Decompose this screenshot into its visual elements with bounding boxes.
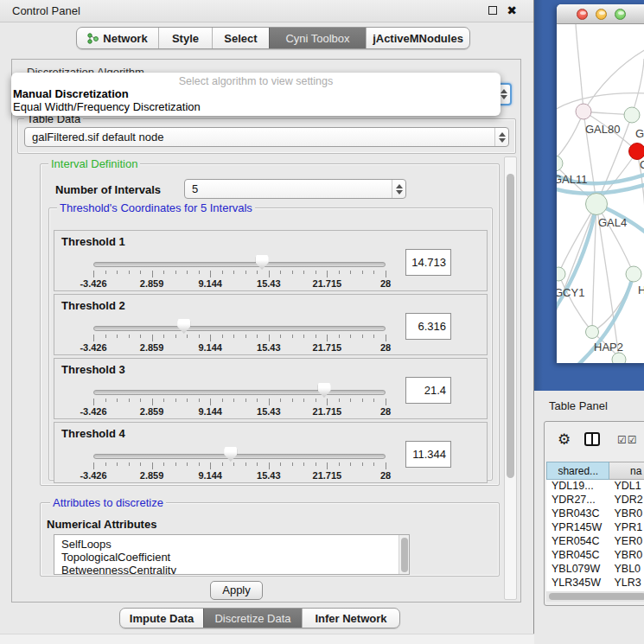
tick-mark bbox=[362, 399, 363, 402]
network-node-GAL11[interactable] bbox=[557, 156, 563, 171]
tick-label: 2.859 bbox=[140, 406, 164, 417]
network-node-GAL4[interactable] bbox=[586, 194, 608, 215]
threshold-box: Threshold 1-3.4262.8599.14415.4321.71528… bbox=[54, 230, 488, 291]
slider-ticks bbox=[93, 271, 386, 277]
tab-select[interactable]: Select bbox=[212, 28, 269, 48]
tick-mark bbox=[163, 462, 164, 466]
settings-scrollbar[interactable] bbox=[504, 156, 517, 600]
table-row[interactable]: YDR27...YDR2 bbox=[546, 494, 644, 507]
split-columns-icon[interactable] bbox=[584, 432, 600, 450]
tick-mark bbox=[245, 462, 246, 466]
algorithm-dropdown-popup: Select algorithm to view settings Manual… bbox=[11, 73, 501, 116]
network-edge[interactable] bbox=[558, 274, 592, 332]
network-node-node-top-right[interactable] bbox=[624, 107, 640, 123]
float-window-icon[interactable] bbox=[487, 5, 499, 17]
node-attribute-table[interactable]: shared... na YDL19...YDL1YDR27...YDR2YBR… bbox=[546, 462, 644, 591]
network-view-window[interactable]: GAL80GACGAL11GAL4GCY1HHAP2 bbox=[557, 4, 644, 363]
threshold-value-field[interactable]: 21.4 bbox=[405, 377, 451, 404]
cell-shared-name: YDL19... bbox=[546, 480, 609, 494]
node-label-GAL4: GAL4 bbox=[598, 216, 627, 229]
cell-name: YPR1 bbox=[609, 521, 644, 535]
tick-mark bbox=[386, 462, 386, 469]
slider-track[interactable] bbox=[93, 326, 386, 331]
network-node-GCY1[interactable] bbox=[557, 267, 565, 281]
threshold-value-field[interactable]: 6.316 bbox=[405, 313, 451, 340]
table-row[interactable]: YBR045CYBR0 bbox=[546, 549, 644, 563]
tab-jactivemnodules[interactable]: jActiveMNodules bbox=[366, 28, 469, 48]
tick-label: 2.859 bbox=[140, 278, 164, 289]
numerical-attributes-list[interactable]: SelfLoopsTopologicalCoefficientBetweenne… bbox=[54, 534, 410, 575]
tab-label: Network bbox=[103, 32, 147, 45]
control-panel: Control Panel ✖ NetworkStyleSelectCyni T… bbox=[0, 0, 534, 644]
slider-thumb[interactable] bbox=[256, 255, 269, 270]
tick-mark bbox=[129, 462, 130, 466]
slider-thumb[interactable] bbox=[318, 383, 331, 398]
dropdown-placeholder-option[interactable]: Select algorithm to view settings bbox=[11, 73, 501, 87]
threshold-value-field[interactable]: 11.344 bbox=[405, 441, 451, 468]
attributes-scrollbar[interactable] bbox=[399, 535, 409, 574]
tab-network[interactable]: Network bbox=[77, 28, 158, 48]
dropdown-option[interactable]: Manual Discretization bbox=[11, 87, 501, 100]
tab-style[interactable]: Style bbox=[158, 28, 212, 48]
tick-mark bbox=[292, 271, 293, 274]
tab-label: Discretize Data bbox=[214, 612, 290, 625]
tab-infer-network[interactable]: Infer Network bbox=[302, 609, 399, 628]
network-edge[interactable] bbox=[583, 48, 644, 112]
table-row[interactable]: YER054CYER0 bbox=[546, 535, 644, 549]
checkbox-filter-icons[interactable]: ☑☑ bbox=[617, 434, 638, 446]
column-header-name[interactable]: na bbox=[609, 462, 644, 480]
zoom-traffic-light-icon[interactable] bbox=[615, 9, 626, 20]
tick-mark bbox=[245, 271, 246, 274]
number-of-intervals-combobox[interactable]: 5 bbox=[184, 179, 406, 199]
network-node-node-bottom[interactable] bbox=[612, 353, 626, 363]
panel-title: Control Panel bbox=[12, 4, 80, 17]
slider-track[interactable] bbox=[93, 262, 386, 267]
apply-button[interactable]: Apply bbox=[210, 581, 263, 600]
tick-mark bbox=[233, 335, 234, 338]
network-node-node-right-h[interactable] bbox=[626, 266, 641, 282]
table-row[interactable]: YBL079WYBL0 bbox=[546, 563, 644, 577]
tick-mark bbox=[373, 462, 374, 466]
slider-track[interactable] bbox=[93, 454, 386, 459]
network-node-node-red[interactable] bbox=[629, 143, 644, 160]
network-edge[interactable] bbox=[632, 59, 644, 115]
network-canvas[interactable]: GAL80GACGAL11GAL4GCY1HHAP2 bbox=[557, 24, 644, 363]
gear-icon[interactable]: ⚙ bbox=[558, 430, 571, 449]
attribute-item[interactable]: TopologicalCoefficient bbox=[54, 551, 409, 564]
slider-thumb[interactable] bbox=[224, 447, 237, 462]
tab-label: Style bbox=[172, 32, 199, 45]
table-row[interactable]: YBR043CYBR0 bbox=[546, 507, 644, 521]
tab-impute-data[interactable]: Impute Data bbox=[120, 609, 203, 628]
attribute-item[interactable]: BetweennessCentrality bbox=[54, 564, 409, 575]
control-panel-titlebar: Control Panel ✖ bbox=[0, 0, 533, 22]
network-window-titlebar[interactable] bbox=[557, 4, 644, 24]
tick-mark bbox=[140, 399, 141, 402]
table-row[interactable]: YDL19...YDL1 bbox=[546, 480, 644, 494]
cell-shared-name: YER054C bbox=[546, 535, 609, 549]
table-row[interactable]: YLR345WYLR3 bbox=[546, 577, 644, 590]
slider-track[interactable] bbox=[93, 390, 386, 395]
tick-mark bbox=[187, 271, 188, 274]
table-row[interactable]: YPR145WYPR1 bbox=[546, 521, 644, 535]
slider-thumb[interactable] bbox=[177, 319, 190, 334]
tick-label: 9.144 bbox=[198, 342, 222, 353]
cyni-mode-tabs: Impute DataDiscretize DataInfer Network bbox=[119, 608, 400, 628]
slider-tick-labels: -3.4262.8599.14415.4321.71528 bbox=[93, 406, 386, 417]
tick-mark bbox=[292, 335, 293, 338]
table-horizontal-scrollbar[interactable] bbox=[546, 591, 644, 602]
node-label-GAL11: GAL11 bbox=[557, 173, 588, 186]
tick-mark bbox=[303, 462, 304, 466]
network-node-GAL80[interactable] bbox=[576, 104, 591, 119]
dropdown-option[interactable]: Equal Width/Frequency Discretization bbox=[11, 100, 501, 113]
table-data-combobox[interactable]: galFiltered.sif default node bbox=[24, 127, 509, 147]
tab-cyni-toolbox[interactable]: Cyni Toolbox bbox=[269, 28, 366, 48]
threshold-value-field[interactable]: 14.713 bbox=[405, 249, 451, 276]
column-header-shared-name[interactable]: shared... bbox=[546, 462, 609, 480]
attribute-item[interactable]: SelfLoops bbox=[54, 538, 409, 551]
minimize-traffic-light-icon[interactable] bbox=[596, 9, 607, 20]
close-icon[interactable]: ✖ bbox=[506, 5, 518, 17]
network-node-HAP2[interactable] bbox=[586, 326, 599, 339]
tab-discretize-data[interactable]: Discretize Data bbox=[203, 609, 302, 628]
close-traffic-light-icon[interactable] bbox=[577, 9, 588, 20]
network-edge[interactable] bbox=[557, 112, 583, 161]
